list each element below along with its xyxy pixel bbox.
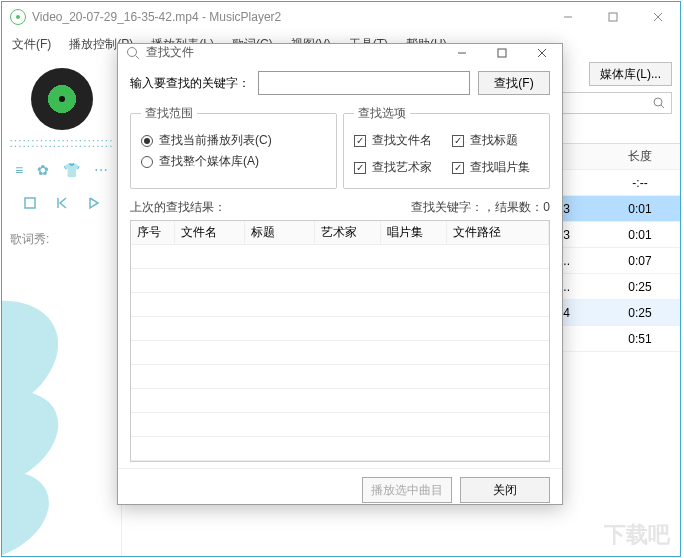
titlebar: Video_20-07-29_16-35-42.mp4 - MusicPlaye…: [2, 2, 680, 32]
close-dialog-button[interactable]: 关闭: [460, 477, 550, 503]
do-search-button[interactable]: 查找(F): [478, 71, 550, 95]
options-legend: 查找选项: [354, 105, 410, 122]
check-title[interactable]: ✓查找标题: [452, 132, 540, 149]
keyword-row: 输入要查找的关键字： 查找(F): [130, 71, 550, 95]
svg-line-7: [661, 105, 664, 108]
cell-length: 0:25: [600, 306, 680, 320]
table-row: [131, 245, 549, 269]
dialog-titlebar: 查找文件: [118, 44, 562, 61]
result-header: 序号 文件名 标题 艺术家 唱片集 文件路径: [131, 221, 549, 245]
table-row: [131, 365, 549, 389]
dialog-body: 输入要查找的关键字： 查找(F) 查找范围 查找当前播放列表(C) 查找整个媒体…: [118, 61, 562, 468]
svg-line-9: [136, 55, 140, 59]
keyword-label: 输入要查找的关键字：: [130, 75, 250, 92]
cell-length: 0:51: [600, 332, 680, 346]
library-button[interactable]: 媒体库(L)...: [589, 62, 672, 86]
lyric-label: 歌词秀:: [2, 231, 49, 248]
prev-summary: 查找关键字：，结果数：0: [411, 199, 550, 216]
radio-current-playlist[interactable]: 查找当前播放列表(C): [141, 132, 326, 149]
check-artist[interactable]: ✓查找艺术家: [354, 159, 442, 176]
more-icon[interactable]: ⋯: [94, 162, 108, 178]
find-file-dialog: 查找文件 输入要查找的关键字： 查找(F) 查找范围 查找当前播放列表(C) 查…: [117, 43, 563, 505]
settings-icon[interactable]: ✿: [37, 162, 49, 178]
scope-legend: 查找范围: [141, 105, 197, 122]
cell-length: 0:07: [600, 254, 680, 268]
tshirt-icon[interactable]: 👕: [63, 162, 80, 178]
check-album[interactable]: ✓查找唱片集: [452, 159, 540, 176]
options-group: 查找选项 ✓查找文件名 ✓查找标题 ✓查找艺术家 ✓查找唱片集: [343, 105, 550, 189]
stop-button[interactable]: [23, 196, 37, 213]
svg-rect-11: [498, 49, 506, 57]
dialog-controls: [442, 48, 562, 58]
tool-icons: ≡ ✿ 👕 ⋯: [15, 162, 108, 178]
cell-length: 0:25: [600, 280, 680, 294]
col-album: 唱片集: [381, 221, 447, 244]
playback-controls: [23, 196, 101, 213]
menu-file[interactable]: 文件(F): [8, 34, 55, 55]
equalizer-icon[interactable]: ≡: [15, 162, 23, 178]
table-row: [131, 389, 549, 413]
prev-result-row: 上次的查找结果： 查找关键字：，结果数：0: [130, 199, 550, 216]
keyword-input[interactable]: [258, 71, 470, 95]
col-no: 序号: [131, 221, 175, 244]
dialog-maximize-button[interactable]: [482, 48, 522, 58]
play-selected-button: 播放选中曲目: [362, 477, 452, 503]
cell-length: -:--: [600, 176, 680, 190]
col-path: 文件路径: [447, 221, 549, 244]
table-row: [131, 269, 549, 293]
dialog-minimize-button[interactable]: [442, 48, 482, 58]
radio-whole-library[interactable]: 查找整个媒体库(A): [141, 153, 326, 170]
left-panel: :::::::::::::::::::::::: ≡ ✿ 👕 ⋯ 歌词秀:: [2, 56, 122, 556]
maximize-button[interactable]: [590, 2, 635, 32]
dialog-close-button[interactable]: [522, 48, 562, 58]
prev-label: 上次的查找结果：: [130, 199, 411, 216]
table-row: [131, 413, 549, 437]
prev-button[interactable]: [55, 196, 69, 213]
table-row: [131, 293, 549, 317]
dialog-buttons: 播放选中曲目 关闭: [118, 468, 562, 511]
minimize-button[interactable]: [545, 2, 590, 32]
watermark: 下载吧: [604, 520, 670, 550]
table-row: [131, 437, 549, 461]
table-row: [131, 317, 549, 341]
col-file: 文件名: [175, 221, 245, 244]
check-filename[interactable]: ✓查找文件名: [354, 132, 442, 149]
table-row: [131, 341, 549, 365]
col-length: 长度: [600, 148, 680, 165]
svg-point-6: [654, 98, 662, 106]
search-icon: [126, 46, 140, 60]
cell-length: 0:01: [600, 202, 680, 216]
svg-rect-4: [25, 198, 35, 208]
album-art-disc: [31, 68, 93, 130]
play-button[interactable]: [87, 196, 101, 213]
svg-rect-1: [609, 13, 617, 21]
window-controls: [545, 2, 680, 32]
result-table: 序号 文件名 标题 艺术家 唱片集 文件路径: [130, 220, 550, 462]
search-icon: [653, 97, 665, 109]
dialog-title: 查找文件: [146, 44, 442, 61]
svg-point-8: [128, 47, 137, 56]
progress-dots: ::::::::::::::::::::::::: [9, 136, 113, 150]
option-groups: 查找范围 查找当前播放列表(C) 查找整个媒体库(A) 查找选项 ✓查找文件名 …: [130, 105, 550, 189]
scope-group: 查找范围 查找当前播放列表(C) 查找整个媒体库(A): [130, 105, 337, 189]
col-title: 标题: [245, 221, 315, 244]
window-title: Video_20-07-29_16-35-42.mp4 - MusicPlaye…: [32, 10, 545, 24]
col-artist: 艺术家: [315, 221, 381, 244]
app-icon: [10, 9, 26, 25]
cell-length: 0:01: [600, 228, 680, 242]
close-button[interactable]: [635, 2, 680, 32]
